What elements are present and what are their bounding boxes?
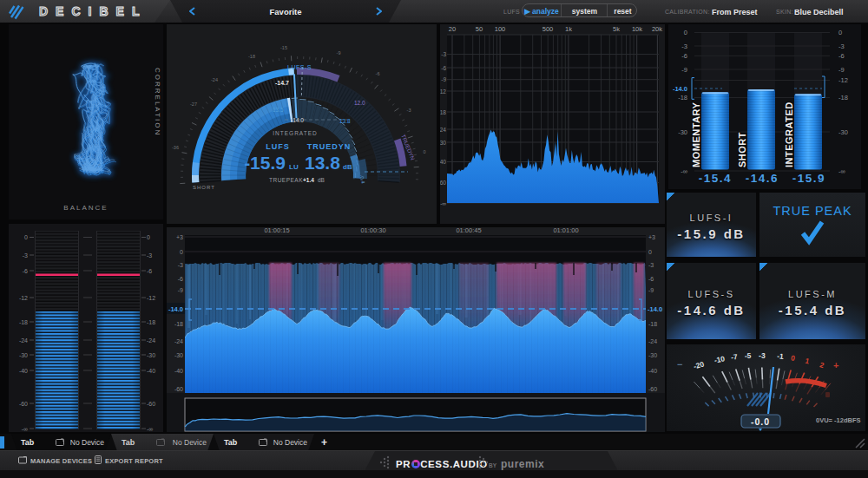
svg-text:-∞: -∞ — [681, 167, 687, 175]
svg-text:-24: -24 — [211, 77, 218, 82]
svg-text:-30: -30 — [838, 128, 848, 136]
svg-text:+1.4: +1.4 — [303, 177, 314, 183]
svg-text:-30: -30 — [147, 352, 155, 358]
svg-text:dB: dB — [318, 177, 325, 183]
svg-text:-30: -30 — [19, 352, 28, 358]
svg-text:-14.0: -14.0 — [673, 85, 687, 93]
svg-text:-40: -40 — [174, 368, 183, 374]
svg-text:-5: -5 — [745, 351, 752, 360]
svg-text:0: 0 — [648, 249, 652, 255]
svg-text:-9: -9 — [681, 66, 687, 74]
svg-text:20: 20 — [449, 25, 456, 33]
svg-text:-∞: -∞ — [440, 200, 446, 206]
svg-text:13.8: 13.8 — [305, 153, 340, 173]
svg-text:-18: -18 — [648, 321, 657, 327]
svg-text:-∞: -∞ — [838, 167, 845, 175]
svg-text:0: 0 — [838, 29, 842, 36]
svg-text:INTEGRATED: INTEGRATED — [784, 101, 794, 167]
svg-text:+: + — [833, 360, 838, 370]
svg-text:-18: -18 — [174, 321, 183, 327]
svg-text:13.8: 13.8 — [339, 118, 351, 124]
svg-text:2: 2 — [819, 360, 825, 370]
svg-text:500: 500 — [542, 25, 554, 33]
svg-text:1: 1 — [805, 357, 811, 366]
svg-text:+3: +3 — [648, 234, 655, 240]
svg-text:-12: -12 — [19, 295, 28, 301]
svg-text:-30: -30 — [440, 140, 446, 146]
svg-text:dB: dB — [343, 163, 352, 171]
svg-text:-6: -6 — [441, 65, 446, 71]
svg-text:-9: -9 — [441, 76, 446, 82]
svg-text:-18: -18 — [440, 109, 446, 115]
svg-text:50: 50 — [476, 25, 483, 33]
svg-text:-9: -9 — [337, 50, 341, 56]
svg-text:-3: -3 — [178, 262, 183, 268]
svg-text:-18: -18 — [678, 94, 687, 101]
svg-text:0: 0 — [423, 149, 425, 154]
svg-text:-15: -15 — [280, 45, 287, 50]
svg-text:-3: -3 — [23, 252, 28, 259]
svg-text:10k: 10k — [632, 25, 642, 33]
svg-text:-24: -24 — [174, 338, 183, 344]
svg-text:01:00:15: 01:00:15 — [264, 227, 289, 234]
svg-text:-∞: -∞ — [22, 426, 28, 432]
svg-text:-40: -40 — [19, 368, 28, 374]
svg-text:-60: -60 — [648, 386, 657, 392]
svg-text:-6: -6 — [178, 276, 183, 282]
svg-text:-3: -3 — [838, 43, 845, 50]
svg-text:1k: 1k — [565, 25, 572, 33]
svg-text:-14.6: -14.6 — [746, 172, 779, 185]
svg-text:MOMENTARY: MOMENTARY — [691, 101, 701, 167]
svg-text:-18: -18 — [838, 94, 848, 101]
svg-text:-60: -60 — [19, 401, 28, 407]
svg-text:100: 100 — [495, 25, 506, 33]
svg-text:-9: -9 — [648, 287, 654, 293]
svg-text:-0.0: -0.0 — [751, 416, 770, 427]
svg-text:-7: -7 — [731, 352, 739, 362]
svg-text:-30: -30 — [678, 128, 687, 136]
svg-text:-36: -36 — [172, 145, 179, 150]
svg-text:-∞: -∞ — [147, 426, 153, 432]
svg-text:-24: -24 — [19, 337, 28, 344]
svg-text:0: 0 — [790, 353, 796, 363]
svg-text:-14.7: -14.7 — [275, 80, 289, 86]
svg-text:12.0: 12.0 — [354, 100, 365, 106]
svg-text:-30: -30 — [648, 352, 657, 358]
svg-text:-18: -18 — [19, 319, 28, 325]
svg-text:-6: -6 — [376, 71, 380, 76]
svg-text:-3: -3 — [681, 43, 687, 50]
svg-text:-6: -6 — [681, 52, 687, 60]
svg-text:0: 0 — [147, 234, 150, 240]
svg-text:-6: -6 — [648, 276, 654, 282]
svg-text:-40: -40 — [147, 368, 155, 374]
svg-text:−: − — [677, 359, 682, 370]
svg-text:-20: -20 — [693, 359, 706, 370]
svg-text:-15.9: -15.9 — [244, 153, 286, 173]
svg-text:-30: -30 — [174, 352, 183, 358]
svg-text:INTEGRATED: INTEGRATED — [273, 130, 317, 136]
svg-text:0: 0 — [24, 234, 28, 240]
svg-text:-18: -18 — [147, 319, 155, 325]
svg-text:20k: 20k — [652, 25, 662, 33]
svg-text:SHORT: SHORT — [737, 132, 747, 167]
svg-text:-24: -24 — [440, 127, 446, 133]
svg-text:-3: -3 — [407, 108, 411, 113]
svg-text:01:01:00: 01:01:00 — [553, 227, 578, 234]
svg-text:-15.9: -15.9 — [792, 172, 825, 185]
svg-text:-14.0: -14.0 — [648, 305, 662, 313]
svg-text:-12: -12 — [440, 88, 446, 95]
svg-text:-24: -24 — [147, 337, 155, 344]
svg-text:5k: 5k — [613, 25, 620, 33]
svg-text:TRUEDYN: TRUEDYN — [307, 142, 352, 151]
svg-text:-60: -60 — [174, 386, 183, 392]
svg-text:0: 0 — [684, 29, 687, 36]
svg-text:-12: -12 — [838, 76, 848, 84]
svg-text:LU: LU — [289, 163, 299, 171]
svg-text:-14.0: -14.0 — [291, 117, 304, 123]
svg-text:-27: -27 — [190, 101, 197, 107]
svg-text:-3: -3 — [147, 252, 152, 259]
svg-text:-40: -40 — [648, 368, 657, 374]
svg-text:-14.0: -14.0 — [168, 305, 183, 313]
svg-text:-6: -6 — [838, 52, 845, 60]
svg-text:-3: -3 — [759, 351, 766, 360]
